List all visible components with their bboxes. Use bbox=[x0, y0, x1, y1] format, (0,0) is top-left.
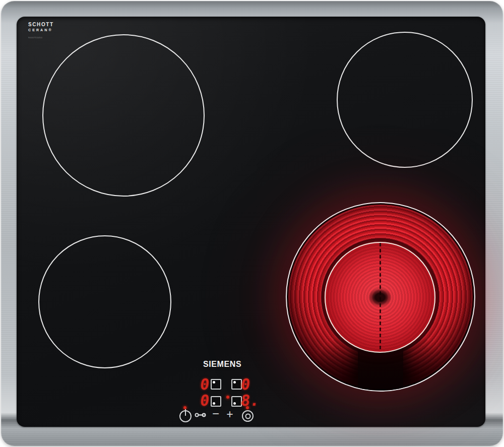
dual-zone-indicator-dot bbox=[246, 406, 249, 409]
power-icon[interactable] bbox=[179, 410, 192, 422]
cooking-zone-front-right-active bbox=[286, 202, 475, 392]
increase-button[interactable]: + bbox=[225, 408, 234, 420]
schott-ceran-logo: SCHOTT CERAN® 9000755450 bbox=[28, 22, 54, 39]
display-back-left: 0 bbox=[199, 377, 210, 391]
cooking-zone-back-left bbox=[42, 34, 205, 197]
zone-dot bbox=[233, 381, 236, 384]
cooking-zone-back-right bbox=[337, 32, 473, 168]
zone-indicator-front-left-icon bbox=[211, 396, 221, 407]
zone-indicator-back-left-icon bbox=[211, 379, 221, 390]
zone-dot bbox=[213, 402, 215, 405]
schott-logo-line2: CERAN® bbox=[28, 28, 54, 32]
zone-dot bbox=[233, 402, 236, 405]
element-center-spot bbox=[368, 288, 392, 307]
schott-logo-line1: SCHOTT bbox=[28, 22, 54, 27]
siemens-logo: SIEMENS bbox=[203, 360, 241, 369]
decrease-button[interactable]: − bbox=[211, 408, 220, 420]
key-lock-icon[interactable] bbox=[195, 411, 207, 419]
dual-zone-icon[interactable] bbox=[242, 410, 254, 422]
hob-product-photo: SCHOTT CERAN® 9000755450 SIEMENS 0 0 0 8… bbox=[0, 0, 504, 447]
cooking-zone-front-left bbox=[38, 235, 171, 368]
glass-part-code: 9000755450 bbox=[28, 36, 54, 39]
display-front-left: 0 bbox=[199, 394, 210, 407]
display-back-right: 0 bbox=[240, 377, 250, 391]
display-front-right: 8. bbox=[240, 394, 260, 407]
inner-dual-circuit-ring bbox=[325, 242, 435, 353]
timer-indicator-dot bbox=[226, 396, 229, 399]
dual-zone-inner-ring bbox=[245, 413, 250, 419]
zone-dot bbox=[213, 381, 215, 384]
power-icon-bar bbox=[185, 409, 186, 416]
